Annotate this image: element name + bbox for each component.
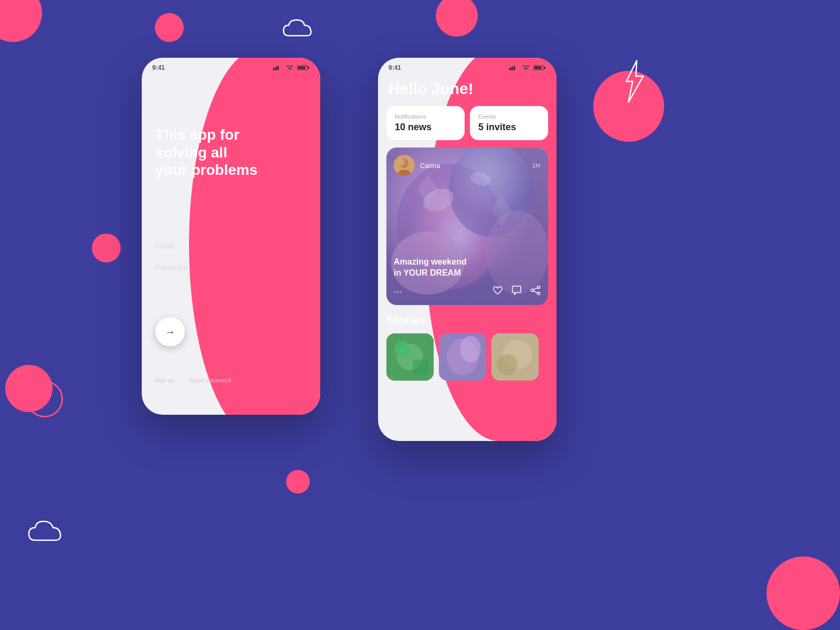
- bottom-links: sign up forgot password: [155, 377, 231, 383]
- svg-rect-7: [509, 68, 511, 70]
- notifications-value: 10 news: [395, 122, 432, 132]
- email-field-area[interactable]: Email: [155, 242, 174, 260]
- left-phone-status-bar: 9:41: [142, 58, 320, 75]
- story-item-3[interactable]: [491, 333, 539, 381]
- left-phone-hero: This app for solving all your problems: [155, 126, 260, 179]
- feed-card-caption: Amazing weekend in YOUR DREAM: [394, 257, 541, 279]
- notifications-card[interactable]: Notifications 10 news: [386, 106, 465, 140]
- comment-icon[interactable]: [511, 286, 522, 298]
- stories-section: Stories: [378, 305, 556, 381]
- svg-rect-12: [544, 67, 545, 69]
- svg-rect-6: [298, 67, 306, 69]
- left-phone-time: 9:41: [152, 64, 165, 71]
- arrow-icon: →: [165, 326, 175, 338]
- left-phone: 9:41 This app for solving all your probl…: [142, 58, 320, 415]
- like-icon[interactable]: [492, 286, 503, 298]
- feed-caption-line2: in YOUR DREAM: [394, 268, 541, 279]
- stories-row: [386, 333, 548, 381]
- cloud-icon-top: [278, 16, 320, 42]
- greeting-area: Hello June!: [378, 75, 556, 106]
- svg-rect-8: [511, 67, 513, 70]
- svg-rect-0: [273, 68, 275, 70]
- notifications-label: Notifications: [395, 113, 456, 120]
- story-item-2[interactable]: [439, 333, 486, 381]
- deco-circle-6: [766, 556, 840, 630]
- greeting-text: Hello June!: [388, 80, 546, 98]
- svg-rect-2: [277, 66, 279, 70]
- svg-rect-9: [513, 66, 515, 70]
- email-label: Email: [155, 242, 174, 250]
- left-phone-blob: [189, 58, 320, 415]
- deco-circle-2: [155, 13, 184, 42]
- right-phone-status-bar: 9:41: [378, 58, 556, 75]
- left-phone-status-icons: [273, 65, 310, 70]
- deco-circle-8: [286, 470, 310, 494]
- feed-card-header: Carina 1hr: [386, 148, 548, 176]
- feed-user-name: Carina: [420, 162, 440, 170]
- svg-point-29: [531, 289, 534, 292]
- right-phone-time: 9:41: [388, 64, 401, 71]
- forgot-password-link[interactable]: forgot password: [190, 377, 230, 383]
- sign-up-link[interactable]: sign up: [155, 377, 174, 383]
- share-icon[interactable]: [530, 286, 541, 298]
- svg-point-27: [538, 286, 540, 289]
- hero-title: This app for solving all your problems: [155, 126, 260, 179]
- svg-point-34: [394, 341, 410, 357]
- svg-point-3: [289, 69, 290, 70]
- cloud-icon-bottom-left: [24, 517, 71, 546]
- svg-point-26: [400, 159, 405, 165]
- svg-point-28: [538, 292, 540, 295]
- deco-circle-3: [436, 0, 478, 37]
- lightning-icon: [617, 58, 648, 105]
- deco-circle-4: [92, 234, 121, 262]
- events-value: 5 invites: [478, 122, 516, 132]
- feed-time: 1hr: [532, 162, 541, 169]
- password-field-area[interactable]: Password: [155, 262, 187, 272]
- feed-card[interactable]: Carina 1hr Amazing weekend in YOUR DREAM…: [386, 148, 548, 305]
- more-options-icon[interactable]: ···: [394, 286, 402, 297]
- svg-point-10: [526, 69, 527, 70]
- stories-title: Stories: [386, 313, 548, 327]
- submit-arrow-button[interactable]: →: [155, 317, 185, 346]
- notif-cards-row: Notifications 10 news Events 5 invites: [378, 106, 556, 140]
- feed-caption-line1: Amazing weekend: [394, 257, 541, 268]
- svg-point-38: [460, 336, 481, 362]
- story-item-1[interactable]: [386, 333, 434, 381]
- deco-circle-outline-1: [26, 381, 63, 417]
- svg-rect-5: [308, 67, 309, 69]
- feed-card-actions: ···: [394, 286, 541, 298]
- password-label: Password: [155, 263, 187, 271]
- svg-rect-35: [413, 360, 428, 375]
- deco-circle-1: [0, 0, 42, 42]
- svg-line-30: [533, 288, 537, 290]
- svg-point-41: [497, 354, 518, 375]
- right-phone-status-icons: [509, 65, 546, 70]
- events-label: Events: [478, 113, 540, 120]
- right-phone: 9:41 Hello June! Notifications 10 news E…: [378, 58, 556, 441]
- svg-line-31: [533, 291, 537, 293]
- avatar: [394, 155, 415, 176]
- events-card[interactable]: Events 5 invites: [470, 106, 548, 140]
- svg-rect-1: [275, 67, 277, 70]
- svg-rect-13: [534, 67, 542, 69]
